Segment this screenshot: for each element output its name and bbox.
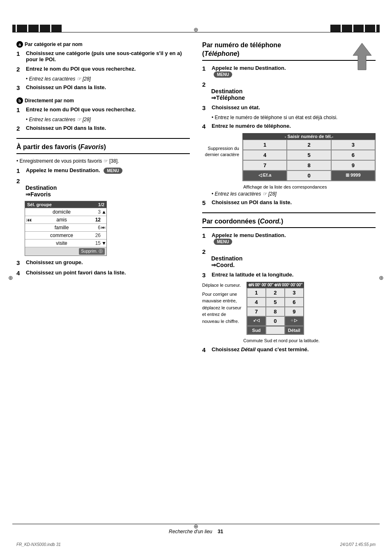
step-cat-3: 3 Choisissez un POI dans la liste. [16, 84, 190, 91]
bar-seg [342, 25, 352, 32]
step-text: Choisissez un POI dans la liste. [212, 199, 376, 205]
step-fav-1: 1 Appelez le menu Destination. MENU [16, 167, 190, 174]
phone-key-0[interactable]: 0 [287, 170, 331, 181]
step-num: 4 [202, 123, 210, 130]
step-tel-3: 3 Choisissez un état. [202, 104, 376, 111]
fav-header-label: Sél. groupe [27, 202, 52, 207]
coord-foot-empty [266, 326, 285, 334]
step-num: 1 [16, 50, 24, 57]
phone-key-6[interactable]: 6 [331, 150, 375, 160]
step-text: Choisissez un état. [212, 104, 376, 111]
sub-text: Entrez les caractères ☞ [28] [29, 76, 91, 82]
circle-a: a [16, 41, 23, 48]
top-rule [12, 32, 380, 32]
telephone-bold: Téléphone [204, 50, 237, 57]
step-fav-2: 2 Destination ⇒Favoris [16, 177, 190, 198]
coord-key-5[interactable]: 5 [266, 297, 285, 307]
coord-key-9[interactable]: 9 [285, 307, 304, 316]
phone-key-list[interactable]: ⊞ 9999 [331, 170, 375, 181]
step-num: 3 [202, 272, 210, 279]
step-text: Choisissez un point favori dans la liste… [26, 269, 190, 276]
menu-button[interactable]: MENU [104, 168, 122, 174]
fav-footer: Supprim. ⓪ [25, 247, 106, 256]
coord-key-8[interactable]: 8 [266, 307, 285, 316]
step-sub-tel-3: Entrez le numéro de téléphone si un état… [212, 115, 376, 120]
coord-key-6[interactable]: 6 [285, 297, 304, 307]
coord-foot-sud[interactable]: Sud [247, 326, 266, 334]
coord-key-right[interactable]: ○ ▷ [285, 316, 304, 326]
step-fav-4: 4 Choisissez un point favori dans la lis… [16, 269, 190, 276]
step-num: 1 [16, 106, 24, 113]
step-num: 4 [202, 346, 210, 353]
phone-keypad-area: Suppression du dernier caractère - Saisi… [202, 133, 376, 181]
bar-seg [28, 25, 39, 32]
favoris-bold: Favoris [81, 143, 104, 150]
nav-arrow-svg [349, 41, 376, 72]
phone-key-ef[interactable]: ◁ Ef.a [243, 170, 287, 181]
circle-b: b [16, 97, 23, 104]
fav-count: 6 [90, 225, 101, 230]
fav-count: 12 [90, 217, 101, 223]
fav-count: 15 [90, 240, 101, 246]
dest-label: Destination [211, 255, 376, 262]
coord-key-1[interactable]: 1 [247, 288, 266, 297]
phone-title: - Saisir numéro de tél.- [242, 133, 376, 140]
columns: a Par catégorie et par nom 1 Choisissez … [16, 41, 376, 359]
section-divider-coord [202, 212, 376, 213]
fav-count: 26 [90, 233, 101, 238]
dest-arrow-label: ⇒Téléphone [211, 94, 376, 101]
step-text: Entrez la latitude et la longitude. [212, 272, 376, 278]
fav-name: famille [33, 224, 90, 231]
step-num: 3 [16, 84, 24, 91]
step-num: 3 [16, 259, 24, 266]
step-coord-2: 2 Destination ⇒Coord. [202, 248, 376, 268]
step-text: Entrez le numéro de téléphone. [212, 123, 376, 129]
coord-key-left[interactable]: ↙◁ [247, 316, 266, 326]
step-coord-1: 1 Appelez le menu Destination. MENU [202, 232, 376, 245]
step-tel-5: 5 Choisissez un POI dans la liste. [202, 199, 376, 206]
step-num: 2 [202, 81, 205, 88]
fav-row-amis: ⏮ amis 12 [25, 216, 106, 223]
phone-key-9[interactable]: 9 [331, 160, 375, 170]
dest-label: Destination [25, 184, 190, 191]
step-num: 2 [16, 66, 24, 73]
coord-key-4[interactable]: 4 [247, 297, 266, 307]
phone-key-5[interactable]: 5 [287, 150, 331, 160]
coord-label: Déplace le curseur. Pour corriger une ma… [202, 282, 243, 325]
menu-button[interactable]: MENU [214, 71, 232, 78]
left-margin-crosshair: ⊕ [8, 274, 13, 281]
section-b-title: Directement par nom [25, 98, 74, 104]
bar-seg [365, 25, 375, 32]
menu-button[interactable]: MENU [214, 239, 232, 245]
phone-grid: 1 2 3 4 5 6 7 8 9 ◁ Ef.a 0 ⊞ 9999 [242, 140, 376, 181]
step-text: Choisissez un POI dans la liste. [26, 84, 190, 90]
footer-text: Recherche d'un lieu 31 [169, 529, 223, 534]
coord-key-3[interactable]: 3 [285, 288, 304, 297]
section-divider [16, 138, 190, 139]
phone-key-1[interactable]: 1 [243, 140, 287, 150]
phone-key-7[interactable]: 7 [243, 160, 287, 170]
phone-key-8[interactable]: 8 [287, 160, 331, 170]
coord-foot-detail[interactable]: Détail [285, 326, 304, 334]
fav-scroll-down: ▼ [101, 240, 106, 246]
fav-nav-left: ⏮ [25, 216, 33, 223]
phone-key-2[interactable]: 2 [287, 140, 331, 150]
step-text: Entrez le nom du POI que vous recherchez… [26, 106, 190, 113]
right-column: Par numéro de téléphone(Téléphone) 1 App… [202, 41, 376, 359]
section-coord: Par coordonnées (Coord.) 1 Appelez le me… [202, 217, 376, 354]
step-num: 2 [16, 177, 20, 184]
step-text: Choisissez une catégorie (puis une sous-… [26, 50, 190, 62]
fav-name: commerce [33, 232, 90, 239]
step-num: 1 [202, 65, 210, 72]
phone-key-3[interactable]: 3 [331, 140, 375, 150]
coord-key-2[interactable]: 2 [266, 288, 285, 297]
step-num: 4 [16, 269, 24, 276]
coord-title: Par coordonnées (Coord.) [202, 217, 376, 228]
phone-key-4[interactable]: 4 [243, 150, 287, 160]
supprim-button[interactable]: Supprim. ⓪ [79, 248, 105, 255]
coord-key-0[interactable]: 0 [266, 316, 285, 326]
step-num: 2 [16, 125, 24, 132]
top-bar-left [12, 25, 62, 32]
bar-seg [353, 25, 364, 32]
coord-key-7[interactable]: 7 [247, 307, 266, 316]
